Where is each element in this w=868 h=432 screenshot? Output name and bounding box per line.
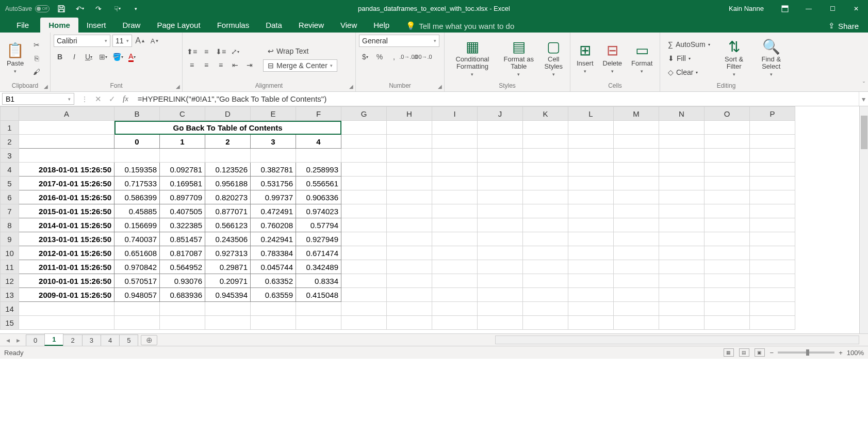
paste-button[interactable]: 📋 Paste ▾	[3, 42, 27, 75]
cell-r15c7[interactable]	[387, 316, 432, 330]
cell-r3c7[interactable]	[387, 149, 432, 163]
cell-r15c5[interactable]	[296, 316, 341, 330]
format-cells-button[interactable]: ▭Format▾	[628, 42, 656, 75]
value-r11c0[interactable]: 0.970842	[114, 260, 160, 274]
cell-r3c13[interactable]	[659, 149, 705, 163]
cell-r15c1[interactable]	[114, 316, 160, 330]
data-col-header-2[interactable]: 2	[205, 135, 251, 149]
cell-r15c9[interactable]	[478, 316, 523, 330]
vertical-scrollbar[interactable]	[859, 106, 868, 333]
tab-help[interactable]: Help	[365, 18, 398, 33]
cell-r10c13[interactable]	[659, 246, 705, 260]
tab-file[interactable]: File	[5, 18, 40, 33]
align-top-icon[interactable]: ⬆≡	[186, 46, 198, 57]
value-r8c1[interactable]: 0.322385	[160, 218, 205, 232]
name-box[interactable]: B1 ▾	[2, 93, 74, 105]
insert-cells-button[interactable]: ⊞Insert▾	[574, 42, 597, 75]
delete-cells-button[interactable]: ⊟Delete▾	[600, 42, 626, 75]
timestamp-r6[interactable]: 2016-01-01 15:26:50	[19, 190, 114, 204]
wrap-text-button[interactable]: ↩Wrap Text	[263, 45, 337, 57]
cell-r1c13[interactable]	[659, 121, 705, 135]
cell-r7c8[interactable]	[432, 204, 478, 218]
cell-r4c9[interactable]	[478, 163, 523, 177]
cell-r3c6[interactable]	[341, 149, 387, 163]
cell-r3c1[interactable]	[114, 149, 160, 163]
tell-me-search[interactable]: 💡 Tell me what you want to do	[402, 19, 518, 33]
horizontal-scrollbar[interactable]	[495, 335, 859, 344]
value-r6c0[interactable]: 0.586399	[114, 190, 160, 204]
cell-r2c9[interactable]	[478, 135, 523, 149]
cell-r14c6[interactable]	[341, 302, 387, 316]
value-r7c0[interactable]: 0.45885	[114, 204, 160, 218]
touch-mode-icon[interactable]: ☟ ▾	[110, 2, 124, 15]
cell-r14c7[interactable]	[387, 302, 432, 316]
enter-formula-icon[interactable]: ✓	[109, 94, 116, 104]
cell-r3c9[interactable]	[478, 149, 523, 163]
value-r7c1[interactable]: 0.407505	[160, 204, 205, 218]
timestamp-r13[interactable]: 2009-01-01 15:26:50	[19, 288, 114, 302]
close-icon[interactable]: ✕	[844, 0, 868, 17]
cell-r1c14[interactable]	[705, 121, 750, 135]
cell-r9c8[interactable]	[432, 232, 478, 246]
tab-insert[interactable]: Insert	[78, 18, 114, 33]
cell-r7c7[interactable]	[387, 204, 432, 218]
row-header-2[interactable]: 2	[1, 135, 19, 149]
cell-r5c13[interactable]	[659, 177, 705, 190]
col-header-O[interactable]: O	[705, 107, 750, 121]
sheet-tab-4[interactable]: 4	[101, 334, 120, 346]
row-header-11[interactable]: 11	[1, 260, 19, 274]
cell-r4c7[interactable]	[387, 163, 432, 177]
cell-r6c7[interactable]	[387, 190, 432, 204]
row-header-5[interactable]: 5	[1, 177, 19, 190]
col-header-E[interactable]: E	[251, 107, 296, 121]
cell-r12c10[interactable]	[523, 274, 568, 288]
row-header-10[interactable]: 10	[1, 246, 19, 260]
maximize-icon[interactable]: ☐	[821, 0, 844, 17]
cell-r15c14[interactable]	[705, 316, 750, 330]
select-all-cell[interactable]	[1, 107, 19, 121]
row-header-8[interactable]: 8	[1, 218, 19, 232]
decrease-indent-icon[interactable]: ⇤	[229, 59, 241, 71]
bold-button[interactable]: B	[54, 51, 66, 62]
col-header-K[interactable]: K	[523, 107, 568, 121]
cell-r9c14[interactable]	[705, 232, 750, 246]
cell-r2c12[interactable]	[614, 135, 659, 149]
cell-r8c13[interactable]	[659, 218, 705, 232]
cell-r15c6[interactable]	[341, 316, 387, 330]
align-center-icon[interactable]: ≡	[200, 59, 212, 71]
cell-r10c6[interactable]	[341, 246, 387, 260]
cell-r1c10[interactable]	[523, 121, 568, 135]
value-r10c1[interactable]: 0.817087	[160, 246, 205, 260]
cell-r9c7[interactable]	[387, 232, 432, 246]
tab-data[interactable]: Data	[257, 18, 290, 33]
value-r12c3[interactable]: 0.63352	[251, 274, 296, 288]
row-header-4[interactable]: 4	[1, 163, 19, 177]
cell-r11c15[interactable]	[750, 260, 795, 274]
cell-r4c6[interactable]	[341, 163, 387, 177]
value-r7c4[interactable]: 0.974023	[296, 204, 341, 218]
value-r5c1[interactable]: 0.169581	[160, 177, 205, 190]
cell-r1c15[interactable]	[750, 121, 795, 135]
user-name[interactable]: Kain Nanne	[729, 5, 764, 12]
cell-r15c0[interactable]	[19, 316, 114, 330]
row-header-7[interactable]: 7	[1, 204, 19, 218]
comma-format-icon[interactable]: ,	[388, 51, 400, 62]
timestamp-r12[interactable]: 2010-01-01 15:26:50	[19, 274, 114, 288]
cell-r4c12[interactable]	[614, 163, 659, 177]
cell-r15c11[interactable]	[568, 316, 614, 330]
align-left-icon[interactable]: ≡	[186, 59, 198, 71]
cell-r2c7[interactable]	[387, 135, 432, 149]
cell-r15c13[interactable]	[659, 316, 705, 330]
value-r8c3[interactable]: 0.760208	[251, 218, 296, 232]
value-r12c4[interactable]: 0.8334	[296, 274, 341, 288]
cell-r12c11[interactable]	[568, 274, 614, 288]
fill-color-icon[interactable]: 🪣▾	[111, 51, 124, 62]
cell-r2c11[interactable]	[568, 135, 614, 149]
cell-r5c12[interactable]	[614, 177, 659, 190]
alignment-launcher-icon[interactable]: ◢	[349, 84, 353, 89]
col-header-C[interactable]: C	[160, 107, 205, 121]
clear-button[interactable]: ◇Clear▾	[663, 66, 715, 78]
data-col-header-4[interactable]: 4	[296, 135, 341, 149]
cell-r14c13[interactable]	[659, 302, 705, 316]
data-col-header-0[interactable]: 0	[114, 135, 160, 149]
